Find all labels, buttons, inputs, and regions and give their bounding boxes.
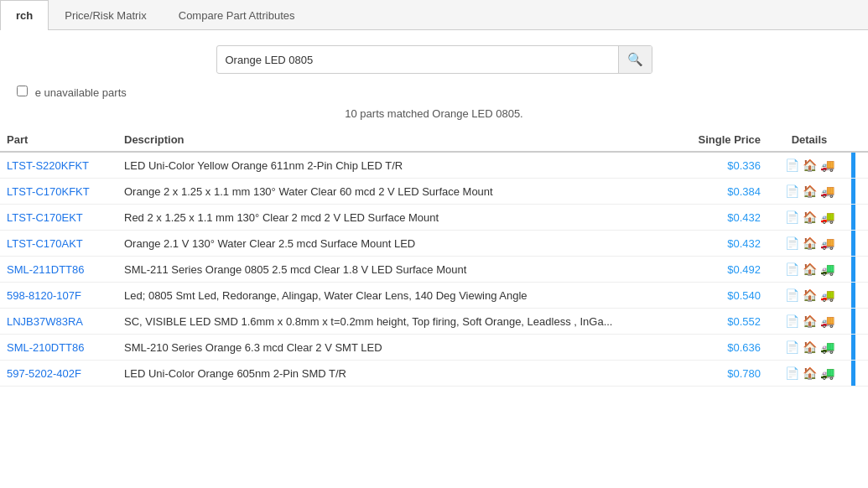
match-count: 10 parts matched Orange LED 0805. — [0, 102, 868, 128]
truck-icon[interactable]: 🚚 — [820, 314, 834, 328]
part-link[interactable]: LTST-C170KFKT — [7, 185, 90, 198]
tab-search[interactable]: rch — [0, 0, 49, 30]
description-cell: Led; 0805 Smt Led, Redorange, Alingap, W… — [117, 283, 683, 309]
tab-price-risk[interactable]: Price/Risk Matrix — [49, 0, 163, 30]
search-button[interactable]: 🔍 — [618, 46, 652, 73]
table-row: SML-210DTT86SML-210 Series Orange 6.3 mc… — [0, 335, 868, 361]
details-cell: 📄🏠🚚 — [767, 179, 851, 205]
truck-icon[interactable]: 🚚 — [820, 340, 834, 354]
price-cell: $0.384 — [683, 179, 767, 205]
row-indicator — [851, 257, 855, 282]
search-icon: 🔍 — [627, 52, 643, 66]
truck-icon[interactable]: 🚚 — [820, 366, 834, 380]
price-cell: $0.636 — [683, 335, 767, 361]
unavailable-parts-checkbox[interactable] — [17, 86, 28, 96]
tab-bar: rch Price/Risk Matrix Compare Part Attri… — [0, 0, 868, 30]
table-row: SML-211DTT86SML-211 Series Orange 0805 2… — [0, 257, 868, 283]
side-indicator-cell — [851, 361, 868, 387]
details-cell: 📄🏠🚚 — [767, 231, 851, 257]
home-icon[interactable]: 🏠 — [803, 158, 817, 172]
tab-compare[interactable]: Compare Part Attributes — [163, 0, 311, 30]
part-link[interactable]: 597-5202-402F — [7, 367, 81, 380]
truck-icon[interactable]: 🚚 — [820, 184, 834, 198]
unavailable-parts-label[interactable]: e unavailable parts — [17, 86, 127, 99]
document-icon[interactable]: 📄 — [785, 366, 799, 380]
col-header-description: Description — [117, 128, 683, 152]
search-input[interactable] — [217, 48, 618, 72]
truck-icon[interactable]: 🚚 — [820, 262, 834, 276]
options-row: e unavailable parts — [0, 80, 868, 102]
home-icon[interactable]: 🏠 — [803, 262, 817, 276]
side-indicator-cell — [851, 257, 868, 283]
col-header-details: Details — [767, 128, 851, 152]
description-cell: SC, VISIBLE LED SMD 1.6mm x 0.8mm x t=0.… — [117, 309, 683, 335]
truck-icon[interactable]: 🚚 — [820, 288, 834, 302]
price-cell: $0.552 — [683, 309, 767, 335]
price-cell: $0.432 — [683, 231, 767, 257]
part-link[interactable]: LTST-C170EKT — [7, 211, 83, 224]
price-cell: $0.432 — [683, 205, 767, 231]
side-indicator-cell — [851, 283, 868, 309]
details-cell: 📄🏠🚚 — [767, 309, 851, 335]
side-indicator-cell — [851, 152, 868, 179]
home-icon[interactable]: 🏠 — [803, 340, 817, 354]
table-row: 598-8120-107FLed; 0805 Smt Led, Redorang… — [0, 283, 868, 309]
details-cell: 📄🏠🚚 — [767, 283, 851, 309]
home-icon[interactable]: 🏠 — [803, 210, 817, 224]
home-icon[interactable]: 🏠 — [803, 366, 817, 380]
part-link[interactable]: 598-8120-107F — [7, 289, 81, 302]
document-icon[interactable]: 📄 — [785, 288, 799, 302]
row-indicator — [851, 231, 855, 256]
table-row: 597-5202-402FLED Uni-Color Orange 605nm … — [0, 361, 868, 387]
document-icon[interactable]: 📄 — [785, 236, 799, 250]
search-area: 🔍 — [0, 30, 868, 80]
search-bar-container: 🔍 — [216, 45, 652, 74]
description-cell: Orange 2 x 1.25 x 1.1 mm 130° Water Clea… — [117, 179, 683, 205]
description-cell: LED Uni-Color Yellow Orange 611nm 2-Pin … — [117, 152, 683, 179]
part-link[interactable]: SML-211DTT86 — [7, 263, 84, 276]
side-indicator-cell — [851, 179, 868, 205]
part-link[interactable]: SML-210DTT86 — [7, 341, 84, 354]
price-cell: $0.336 — [683, 152, 767, 179]
document-icon[interactable]: 📄 — [785, 158, 799, 172]
description-cell: SML-211 Series Orange 0805 2.5 mcd Clear… — [117, 257, 683, 283]
table-body: LTST-S220KFKTLED Uni-Color Yellow Orange… — [0, 152, 868, 387]
table-row: LTST-C170AKTOrange 2.1 V 130° Water Clea… — [0, 231, 868, 257]
truck-icon[interactable]: 🚚 — [820, 210, 834, 224]
row-indicator — [851, 335, 855, 360]
col-header-price: Single Price — [683, 128, 767, 152]
row-indicator — [851, 361, 855, 386]
side-indicator-cell — [851, 335, 868, 361]
table-row: LTST-S220KFKTLED Uni-Color Yellow Orange… — [0, 152, 868, 179]
document-icon[interactable]: 📄 — [785, 184, 799, 198]
document-icon[interactable]: 📄 — [785, 210, 799, 224]
truck-icon[interactable]: 🚚 — [820, 158, 834, 172]
results-table: Part Description Single Price Details LT… — [0, 128, 868, 387]
details-cell: 📄🏠🚚 — [767, 152, 851, 179]
description-cell: Orange 2.1 V 130° Water Clear 2.5 mcd Su… — [117, 231, 683, 257]
description-cell: LED Uni-Color Orange 605nm 2-Pin SMD T/R — [117, 361, 683, 387]
document-icon[interactable]: 📄 — [785, 340, 799, 354]
document-icon[interactable]: 📄 — [785, 262, 799, 276]
description-cell: Red 2 x 1.25 x 1.1 mm 130° Clear 2 mcd 2… — [117, 205, 683, 231]
details-cell: 📄🏠🚚 — [767, 335, 851, 361]
price-cell: $0.780 — [683, 361, 767, 387]
home-icon[interactable]: 🏠 — [803, 236, 817, 250]
table-row: LTST-C170KFKTOrange 2 x 1.25 x 1.1 mm 13… — [0, 179, 868, 205]
description-cell: SML-210 Series Orange 6.3 mcd Clear 2 V … — [117, 335, 683, 361]
home-icon[interactable]: 🏠 — [803, 314, 817, 328]
truck-icon[interactable]: 🚚 — [820, 236, 834, 250]
home-icon[interactable]: 🏠 — [803, 184, 817, 198]
col-header-extra — [851, 128, 868, 152]
row-indicator — [851, 153, 855, 178]
side-indicator-cell — [851, 231, 868, 257]
details-cell: 📄🏠🚚 — [767, 361, 851, 387]
part-link[interactable]: LTST-C170AKT — [7, 237, 83, 250]
part-link[interactable]: LNJB37W83RA — [7, 315, 83, 328]
part-link[interactable]: LTST-S220KFKT — [7, 159, 89, 172]
table-header-row: Part Description Single Price Details — [0, 128, 868, 152]
home-icon[interactable]: 🏠 — [803, 288, 817, 302]
col-header-part: Part — [0, 128, 117, 152]
row-indicator — [851, 179, 855, 204]
document-icon[interactable]: 📄 — [785, 314, 799, 328]
